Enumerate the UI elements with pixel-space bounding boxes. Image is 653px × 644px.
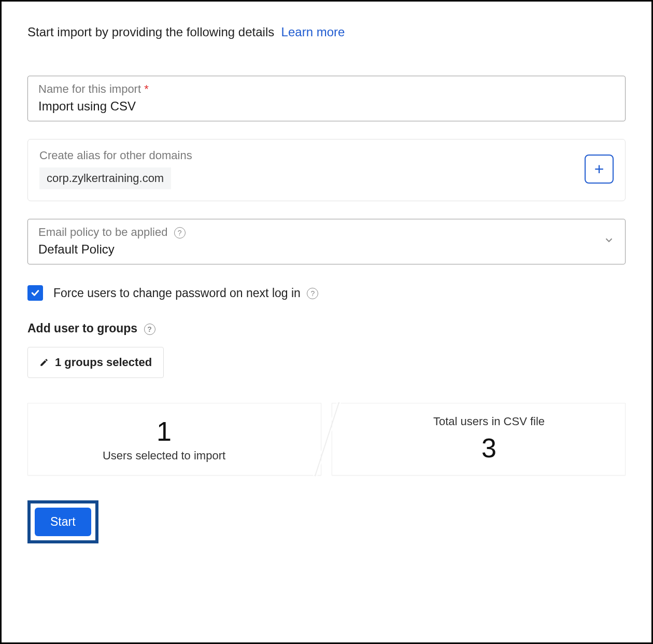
import-name-label: Name for this import * (38, 82, 615, 96)
stats-row: 1 Users selected to import Total users i… (27, 403, 626, 475)
import-name-label-text: Name for this import (38, 82, 141, 95)
check-icon (30, 288, 40, 298)
alias-domain-chip[interactable]: corp.zylkertraining.com (39, 167, 171, 189)
alias-left: Create alias for other domains corp.zylk… (39, 149, 192, 189)
chevron-down-icon (603, 234, 615, 248)
start-button-highlight: Start (27, 500, 98, 543)
stat-total-users: Total users in CSV file 3 (332, 403, 626, 475)
help-icon[interactable]: ? (307, 288, 318, 299)
force-password-label-text: Force users to change password on next l… (53, 286, 301, 300)
pencil-icon (39, 358, 49, 367)
policy-label: Email policy to be applied ? (38, 226, 186, 239)
policy-value: Default Policy (38, 242, 186, 257)
email-policy-select[interactable]: Email policy to be applied ? Default Pol… (27, 219, 626, 264)
import-name-input[interactable] (38, 99, 615, 114)
stat-selected-users: 1 Users selected to import (27, 403, 321, 475)
help-icon[interactable]: ? (174, 227, 186, 239)
alias-field: Create alias for other domains corp.zylk… (27, 139, 626, 201)
start-button[interactable]: Start (35, 508, 91, 536)
stat-divider (316, 403, 337, 475)
stat-total-label: Total users in CSV file (433, 415, 545, 428)
learn-more-link[interactable]: Learn more (281, 25, 345, 39)
force-password-checkbox[interactable] (27, 285, 43, 301)
groups-section-label: Add user to groups ? (27, 321, 626, 335)
help-icon[interactable]: ? (144, 324, 155, 335)
plus-icon: + (594, 161, 604, 177)
force-password-label: Force users to change password on next l… (53, 286, 318, 300)
groups-section-label-text: Add user to groups (27, 321, 137, 335)
policy-left: Email policy to be applied ? Default Pol… (38, 226, 186, 257)
stat-selected-count: 1 (157, 416, 172, 447)
force-password-row: Force users to change password on next l… (27, 285, 626, 301)
add-alias-button[interactable]: + (585, 155, 614, 184)
groups-button-label: 1 groups selected (55, 356, 152, 369)
stat-selected-label: Users selected to import (103, 449, 225, 463)
intro-line: Start import by providing the following … (27, 25, 626, 39)
alias-label: Create alias for other domains (39, 149, 192, 162)
stat-total-count: 3 (481, 432, 496, 464)
import-form-page: Start import by providing the following … (0, 0, 653, 644)
import-name-field[interactable]: Name for this import * (27, 76, 626, 121)
required-asterisk: * (144, 82, 149, 95)
intro-text: Start import by providing the following … (27, 25, 274, 39)
policy-label-text: Email policy to be applied (38, 226, 167, 239)
groups-selected-button[interactable]: 1 groups selected (27, 347, 164, 378)
